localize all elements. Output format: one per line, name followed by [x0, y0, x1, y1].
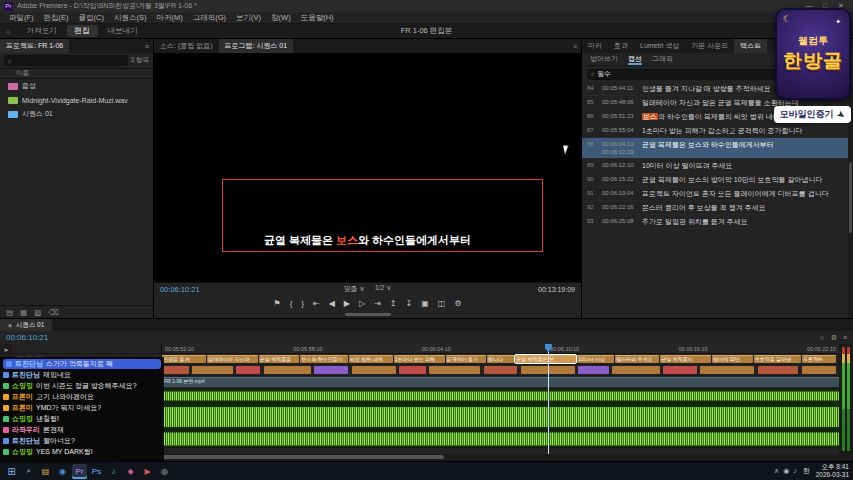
caption-search-input[interactable]	[597, 71, 785, 78]
ime-indicator[interactable]: 한	[803, 466, 810, 476]
panel-menu-icon[interactable]: ≡	[141, 39, 153, 53]
graphic-clip[interactable]	[192, 366, 233, 374]
video-icon[interactable]: ▶	[140, 464, 155, 479]
comparison-view-icon[interactable]: ◫	[438, 299, 446, 308]
menu-item[interactable]: 마커(M)	[152, 13, 188, 23]
menu-item[interactable]: 편집(E)	[39, 13, 74, 23]
caption-row[interactable]: 90 00:06:15:22 균열 복제물이 보스의 방어막 10만의 보호막을…	[582, 173, 853, 187]
text-subtab[interactable]: 캡션	[628, 53, 642, 65]
text-subtab[interactable]: 그래픽	[652, 53, 673, 65]
caption-row[interactable]: 88 00:06:04:13 00:06:12:09 균열 복제물은 보스와 하…	[582, 138, 853, 159]
menu-item[interactable]: 창(W)	[266, 13, 296, 23]
panel-tab[interactable]: 마커	[582, 39, 608, 53]
panel-menu-icon[interactable]: ≡	[569, 39, 581, 53]
caption-row[interactable]: 87 00:05:55:04 1초마다 받는 피해가 감소하고 공격력이 증가합…	[582, 124, 853, 138]
chat-icon[interactable]: ◈	[123, 464, 138, 479]
volume-icon[interactable]: ♪	[793, 467, 797, 475]
playhead[interactable]	[548, 344, 549, 454]
program-video-area[interactable]: 균열 복제물은 보스와 하수인들에게서부터	[154, 53, 581, 282]
delete-icon[interactable]: ⌫	[48, 308, 59, 317]
caption-clip[interactable]: 공격력이 증가	[446, 355, 487, 363]
audio-waveform[interactable]	[162, 432, 839, 445]
caption-clip[interactable]: 10미터 이상	[577, 355, 614, 363]
mark-in-icon[interactable]: {	[290, 299, 293, 308]
audio-waveform[interactable]	[162, 407, 839, 427]
step-forward-icon[interactable]: ▷	[359, 299, 365, 308]
lift-icon[interactable]: ↥	[390, 299, 397, 308]
caption-clip[interactable]: 알레테이아 자신과	[207, 355, 258, 363]
panel-tab[interactable]: 기본 사운드	[685, 39, 734, 53]
current-timecode[interactable]: 00:06:10:21	[160, 285, 200, 294]
explorer-icon[interactable]: ▤	[38, 464, 53, 479]
menu-item[interactable]: 파일(F)	[4, 13, 39, 23]
panel-tab[interactable]: Lumetri 색상	[634, 39, 685, 53]
graphic-clip[interactable]	[399, 366, 426, 374]
new-bin-icon[interactable]: ▧	[34, 308, 41, 317]
step-back-icon[interactable]: ◀	[329, 299, 335, 308]
menu-item[interactable]: 클립(C)	[74, 13, 109, 23]
graphic-clip[interactable]	[612, 366, 659, 374]
graphic-clip[interactable]	[802, 366, 836, 374]
graphic-clip[interactable]	[484, 366, 518, 374]
icon-view-icon[interactable]: ▦	[20, 308, 27, 317]
graphic-clip[interactable]	[700, 366, 754, 374]
selection-tool-icon[interactable]: ➤	[3, 346, 8, 353]
caption-clip[interactable]: 균열 복제물이	[660, 355, 711, 363]
time-ruler[interactable]: 00:05:52:1000:05:58:1000:06:04:1000:06:1…	[162, 344, 839, 354]
tab-project[interactable]: 프로젝트: FR 1-06	[0, 39, 69, 53]
monitor-zoom-bar[interactable]	[154, 311, 581, 318]
graphic-clip[interactable]	[264, 366, 311, 374]
add-marker-icon[interactable]: ⚑	[273, 299, 280, 308]
timeline-settings-icon[interactable]: ⚙	[831, 334, 837, 342]
play-button-icon[interactable]: ▶	[344, 299, 350, 308]
workspace-tab[interactable]: 편집	[67, 25, 98, 37]
caption-row[interactable]: 92 00:06:22:16 몬스터 클리어 후 보상을 꼭 챙겨 주세요	[582, 201, 853, 215]
close-icon[interactable]: ×	[8, 322, 12, 329]
name-column-header[interactable]: 이름	[16, 69, 29, 78]
monitor-tab[interactable]: 프로그램: 시퀀스 01	[219, 39, 294, 53]
caption-clip[interactable]: 프로젝트	[802, 355, 836, 363]
snap-icon[interactable]: ∩	[820, 334, 825, 342]
list-view-icon[interactable]: ▤	[6, 308, 13, 317]
project-search-input[interactable]	[14, 57, 124, 64]
monitor-tab[interactable]: 소스: (클립 없음)	[154, 39, 219, 53]
home-icon[interactable]: ⌂	[6, 27, 11, 36]
menu-item[interactable]: 보기(V)	[231, 13, 266, 23]
tab-sequence-01[interactable]: × 시퀀스 01	[0, 319, 52, 331]
fit-dropdown[interactable]: 맞춤 ∨	[344, 284, 365, 294]
caption-clip[interactable]: 합니다	[487, 355, 514, 363]
caption-row[interactable]: 91 00:06:19:04 프로젝트 자이언트 혼자 모든 플레이어에게 디버…	[582, 187, 853, 201]
timeline-timecode[interactable]: 00:06:10:21	[6, 333, 48, 342]
graphic-clip[interactable]	[162, 366, 189, 374]
clock[interactable]: 오후 8:41 2026-03-31	[816, 463, 849, 479]
panel-tab[interactable]: 텍스트	[734, 39, 767, 53]
mark-out-icon[interactable]: }	[301, 299, 304, 308]
caption-clip[interactable]: 1초마다 받는 피해	[394, 355, 445, 363]
caption-row[interactable]: 89 00:06:12:10 10미터 이상 떨어뜨려 주세요	[582, 159, 853, 173]
menu-item[interactable]: 도움말(H)	[296, 13, 339, 23]
panel-menu-icon[interactable]: ≡	[843, 334, 847, 342]
caption-clip[interactable]: 떨어뜨려 주세요	[615, 355, 659, 363]
network-icon[interactable]: ◉	[783, 467, 789, 475]
zoom-dropdown[interactable]: 1/2 ∨	[375, 284, 392, 294]
graphic-clip[interactable]	[578, 366, 608, 374]
caption-clip[interactable]: 균열 복제물을	[259, 355, 300, 363]
project-item[interactable]: 음성	[0, 79, 153, 93]
start-button[interactable]: ⊞	[4, 464, 19, 479]
caption-clip[interactable]: 균열 복제물은 보	[515, 355, 576, 363]
workspace-tab[interactable]: 가져오기	[19, 25, 65, 37]
graphic-clip[interactable]	[352, 366, 396, 374]
caption-clip[interactable]: 보호막을 갈아냅	[754, 355, 801, 363]
tray-expand-icon[interactable]: ∧	[774, 467, 779, 475]
go-to-out-icon[interactable]: ⇥	[374, 299, 381, 308]
caption-row[interactable]: 93 00:06:25:08 추가로 알림판 위치를 옮겨 주세요	[582, 215, 853, 229]
video-clip[interactable]: FR 1-06 본편.mp4	[162, 377, 839, 387]
settings-icon[interactable]: ⚙	[454, 299, 461, 308]
menu-item[interactable]: 시퀀스(S)	[109, 13, 152, 23]
search-taskbar-icon[interactable]: ⌕	[21, 464, 36, 479]
extract-icon[interactable]: ↧	[406, 299, 413, 308]
caption-clip[interactable]: 씨앗 범위 내에	[349, 355, 393, 363]
go-to-in-icon[interactable]: ⇤	[313, 299, 320, 308]
premiere-icon[interactable]: Pr	[72, 464, 87, 479]
graphic-clip[interactable]	[236, 366, 260, 374]
